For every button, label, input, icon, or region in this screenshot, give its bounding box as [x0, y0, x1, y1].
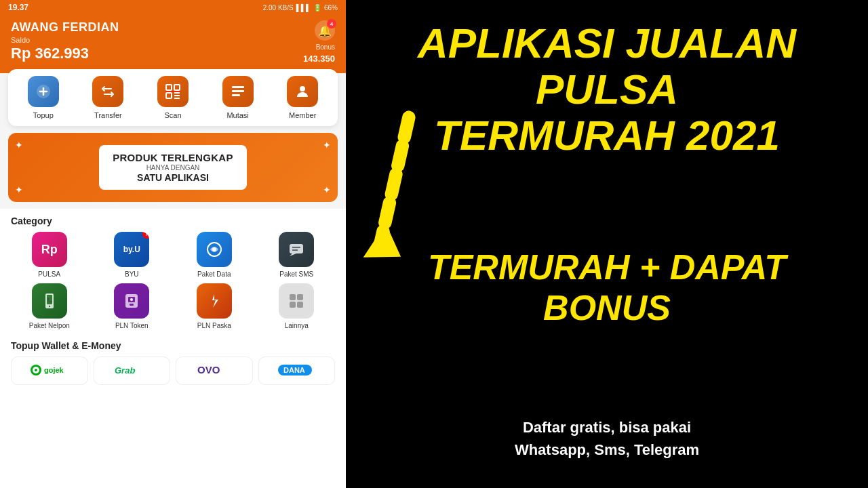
category-item-plnpaska[interactable]: PLN Paska: [176, 283, 253, 329]
header-left: AWANG FERDIAN Saldo Rp 362.993: [11, 20, 119, 62]
svg-rect-30: [290, 302, 296, 308]
category-item-plntoken[interactable]: PLN Token: [94, 283, 171, 329]
svg-rect-29: [297, 294, 303, 300]
sparkle-tl: ✦: [15, 140, 23, 150]
transfer-icon: [92, 76, 123, 107]
svg-rect-28: [290, 294, 296, 300]
category-title: Category: [11, 209, 335, 232]
main-section: Category Rp PULSA by.U N BYU: [0, 209, 346, 488]
quick-actions: Topup Transfer S: [8, 69, 338, 126]
mutasi-icon: [222, 76, 254, 107]
wallet-title: Topup Wallet & E-Money: [11, 336, 335, 357]
battery-icon: 🔋: [313, 4, 321, 12]
svg-rect-16: [290, 244, 303, 253]
plnpaska-label: PLN Paska: [197, 322, 231, 329]
pakettelp-label: Paket Nelpon: [29, 322, 70, 329]
header-right: 🔔 4 Bonus 143.350: [303, 20, 335, 64]
pulsa-label: PULSA: [38, 270, 60, 278]
signal-icon: ▌▌▌: [296, 4, 311, 12]
plnpaska-icon: [197, 283, 232, 319]
action-scan[interactable]: Scan: [140, 76, 205, 119]
banner-title: PRODUK TERLENGKAP: [113, 152, 233, 163]
svg-rect-4: [174, 85, 180, 90]
byu-icon: by.U N: [114, 232, 149, 267]
category-item-lainnya[interactable]: Lainnya: [258, 283, 336, 329]
paketsms-icon: [279, 232, 314, 267]
svg-text:📞: 📞: [47, 298, 52, 303]
sparkle-bl: ✦: [15, 184, 23, 195]
svg-rect-10: [232, 86, 244, 88]
lainnya-icon: [279, 283, 314, 319]
category-item-pakettelp[interactable]: 📞 Paket Nelpon: [11, 283, 88, 329]
svg-point-34: [35, 369, 37, 371]
member-label: Member: [289, 111, 316, 119]
lainnya-label: Lainnya: [285, 322, 309, 329]
notification-bell[interactable]: 🔔 4: [315, 20, 335, 41]
svg-point-13: [300, 86, 305, 92]
byu-badge: N: [142, 232, 149, 239]
svg-text:DANA: DANA: [283, 366, 305, 374]
wallet-ovo[interactable]: OVO: [176, 357, 253, 385]
byu-label: BYU: [125, 270, 139, 278]
pulsa-icon: Rp: [32, 232, 67, 267]
pakettelp-icon: 📞: [32, 283, 67, 319]
svg-rect-12: [232, 94, 240, 96]
banner-subtitle: HANYA DENGAN: [113, 164, 233, 171]
dana-logo: DANA: [278, 363, 315, 378]
svg-rect-3: [166, 85, 172, 90]
phone-panel: 19.37 2.00 KB/S ▌▌▌ 🔋 66% AWANG FERDIAN …: [0, 0, 346, 488]
svg-text:OVO: OVO: [197, 364, 220, 375]
category-item-paketsms[interactable]: Paket SMS: [258, 232, 336, 278]
svg-text:gojek: gojek: [44, 366, 64, 374]
promo-banner[interactable]: ✦ ✦ ✦ ✦ PRODUK TERLENGKAP HANYA DENGAN S…: [8, 133, 338, 202]
wallet-grab[interactable]: Grab: [94, 357, 171, 385]
scan-icon: [157, 76, 189, 107]
category-item-paketdata[interactable]: Paket Data: [176, 232, 253, 278]
grab-logo: Grab: [115, 363, 149, 378]
header: AWANG FERDIAN Saldo Rp 362.993 🔔 4 Bonus…: [0, 15, 346, 73]
notif-badge: 4: [327, 19, 336, 28]
mutasi-label: Mutasi: [226, 111, 248, 119]
right-panel: APLIKASI JUALAN PULSA TERMURAH 2021 TERM…: [346, 0, 868, 488]
bottom-text: Daftar gratis, bisa pakai Whatsapp, Sms,…: [515, 416, 699, 461]
saldo-value: Rp 362.993: [11, 45, 119, 62]
topup-label: Topup: [33, 111, 54, 119]
svg-rect-11: [232, 90, 244, 92]
action-transfer[interactable]: Transfer: [76, 76, 141, 119]
banner-subtitle2: SATU APLIKASI: [113, 172, 233, 183]
action-mutasi[interactable]: Mutasi: [205, 76, 271, 119]
svg-marker-17: [290, 253, 296, 256]
topup-icon: [28, 76, 59, 107]
svg-rect-5: [166, 93, 172, 98]
category-item-byu[interactable]: by.U N BYU: [94, 232, 171, 278]
action-member[interactable]: Member: [270, 76, 335, 119]
paketsms-label: Paket SMS: [279, 270, 313, 278]
svg-point-27: [130, 298, 133, 301]
sparkle-tr: ✦: [323, 140, 331, 150]
status-time: 19.37: [8, 3, 28, 12]
plntoken-label: PLN Token: [115, 322, 149, 329]
banner-content: PRODUK TERLENGKAP HANYA DENGAN SATU APLI…: [99, 145, 247, 190]
svg-text:Grab: Grab: [115, 365, 135, 375]
wallet-grid: gojek Grab OVO: [11, 357, 335, 392]
status-bar: 19.37 2.00 KB/S ▌▌▌ 🔋 66%: [0, 0, 346, 15]
action-topup[interactable]: Topup: [11, 76, 76, 119]
user-name: AWANG FERDIAN: [11, 20, 119, 35]
saldo-label: Saldo: [11, 36, 119, 44]
svg-rect-31: [297, 302, 303, 308]
battery-level: 66%: [324, 4, 338, 12]
bonus-value: 143.350: [303, 54, 335, 64]
headline-3: TERMURAH + DAPAT BONUS: [373, 247, 841, 328]
plntoken-icon: [114, 283, 149, 319]
status-speed: 2.00 KB/S: [263, 4, 294, 12]
headline-1: APLIKASI JUALAN PULSA TERMURAH 2021: [373, 20, 841, 159]
transfer-label: Transfer: [94, 111, 122, 119]
svg-rect-26: [130, 304, 134, 306]
category-item-pulsa[interactable]: Rp PULSA: [11, 232, 88, 278]
paketdata-icon: [197, 232, 232, 267]
svg-point-22: [49, 306, 50, 307]
status-right: 2.00 KB/S ▌▌▌ 🔋 66%: [263, 4, 338, 12]
wallet-gojek[interactable]: gojek: [11, 357, 88, 385]
wallet-dana[interactable]: DANA: [258, 357, 336, 385]
sparkle-br: ✦: [323, 184, 331, 195]
